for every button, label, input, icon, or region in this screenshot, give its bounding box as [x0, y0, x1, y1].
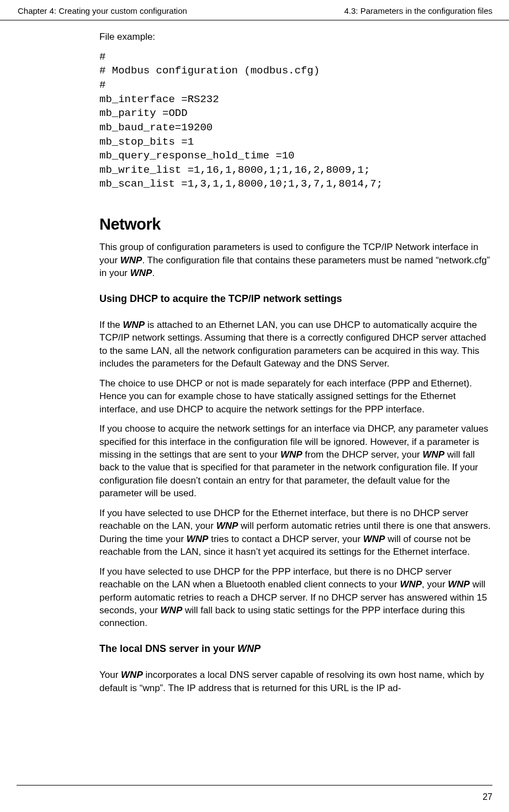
section-heading-network: Network	[99, 214, 492, 235]
page-footer: 27	[17, 785, 492, 803]
page-number: 27	[483, 792, 492, 802]
header-right: 4.3: Parameters in the configuration fil…	[344, 6, 492, 17]
file-example-label: File example:	[99, 30, 492, 43]
dhcp-paragraph-1: If the WNP is attached to an Ethernet LA…	[99, 319, 492, 370]
dns-paragraph: Your WNP incorporates a local DNS server…	[99, 668, 492, 694]
header-left: Chapter 4: Creating your custom configur…	[18, 6, 187, 17]
dhcp-paragraph-5: If you have selected to use DHCP for the…	[99, 565, 492, 630]
dhcp-paragraph-2: The choice to use DHCP or not is made se…	[99, 377, 492, 416]
code-example: # # Modbus configuration (modbus.cfg) # …	[99, 50, 492, 192]
subheading-local-dns: The local DNS server in your WNP	[99, 642, 492, 655]
page-content: File example: # # Modbus configuration (…	[0, 20, 509, 694]
dhcp-paragraph-3: If you choose to acquire the network set…	[99, 422, 492, 500]
page-header: Chapter 4: Creating your custom configur…	[0, 0, 509, 20]
network-intro-paragraph: This group of configuration parameters i…	[99, 241, 492, 279]
subheading-dhcp: Using DHCP to acquire the TCP/IP network…	[99, 292, 492, 305]
dhcp-paragraph-4: If you have selected to use DHCP for the…	[99, 507, 492, 559]
